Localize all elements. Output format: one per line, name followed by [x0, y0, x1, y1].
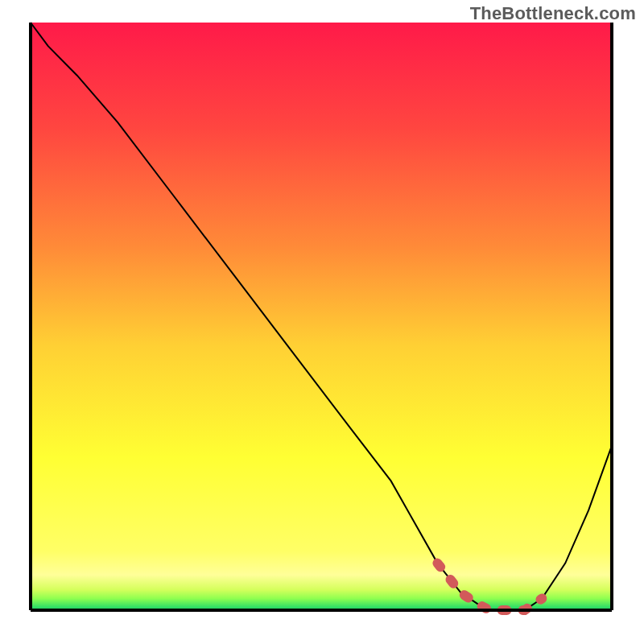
plot-background — [31, 23, 612, 610]
watermark-text: TheBottleneck.com — [470, 3, 636, 24]
chart-svg — [0, 0, 644, 644]
chart-container: { "watermark": "TheBottleneck.com", "plo… — [0, 0, 644, 644]
